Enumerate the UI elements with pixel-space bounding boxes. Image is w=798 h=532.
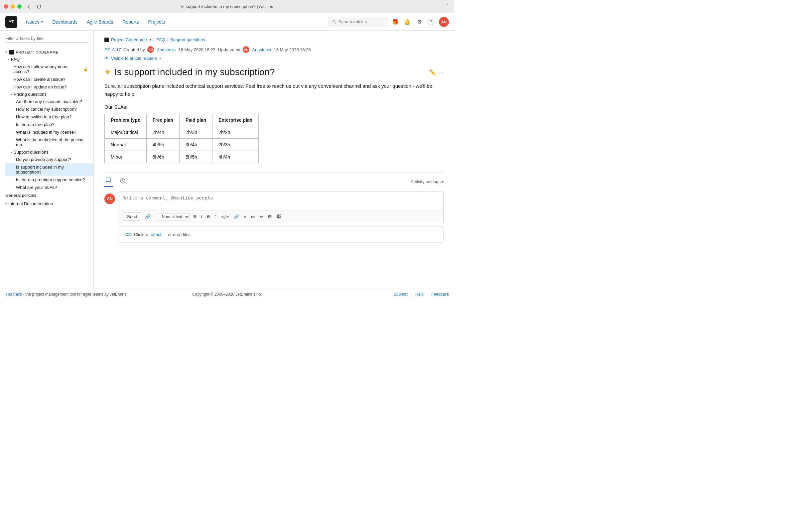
item-label: Is there a free plan? — [16, 122, 55, 127]
refresh-icon[interactable] — [36, 4, 41, 9]
sidebar-item-general-policies[interactable]: General policies — [0, 191, 93, 200]
sidebar-item-create-issue[interactable]: How can I create an issue? — [3, 75, 93, 83]
bullet-list-button[interactable]: ≡ — [242, 213, 248, 220]
sidebar-item-free-plan-switch[interactable]: How to switch to a free plan? — [5, 113, 93, 121]
sidebar-item-discounts[interactable]: Are there any discounts available? — [5, 98, 93, 106]
article-id[interactable]: PC-A-17 — [104, 47, 121, 52]
item-label: How to cancel my subscription? — [16, 107, 77, 112]
sidebar-item-provide-support[interactable]: Do you provide any support? — [5, 156, 93, 163]
strikethrough-button[interactable]: S — [206, 213, 211, 220]
cell-enterprise: 2h/3h — [212, 139, 259, 151]
nav-reports[interactable]: Reports — [118, 13, 143, 31]
sidebar-item-pricing-idea[interactable]: What is the main idea of the pricing mo.… — [5, 136, 93, 149]
quote-button[interactable]: " — [213, 213, 218, 220]
sidebar-item-cancel-subscription[interactable]: How to cancel my subscription? — [5, 106, 93, 113]
breadcrumb-section[interactable]: Support questions — [170, 37, 205, 42]
user-avatar[interactable]: AN — [439, 17, 449, 27]
col-problem-type: Problem type — [105, 114, 147, 126]
visibility-toggle[interactable]: 👁 Visible to article readers ▾ — [104, 56, 443, 61]
footer-help[interactable]: Help — [415, 292, 424, 297]
search-bar[interactable] — [328, 17, 388, 27]
item-label: How can I allow anonymous access? — [13, 64, 82, 74]
tab-history[interactable] — [118, 176, 127, 187]
nav-agile-boards[interactable]: Agile Boards — [82, 13, 118, 31]
sidebar-item-slas[interactable]: What are your SLAs? — [5, 184, 93, 191]
more-options-icon[interactable]: ··· — [439, 69, 443, 75]
nav-issues[interactable]: Issues — [21, 13, 48, 31]
send-button[interactable]: Send — [123, 212, 141, 221]
article-title-row: ★ Is support included in my subscription… — [104, 67, 443, 77]
app-logo[interactable]: YT — [5, 16, 17, 28]
edit-icon[interactable]: ✏️ — [429, 69, 436, 75]
help-icon[interactable]: ? — [428, 19, 434, 25]
minimize-button[interactable] — [11, 4, 15, 8]
sidebar-item-update-issue[interactable]: How can I update an issue? — [3, 83, 93, 91]
bell-icon[interactable]: 🔔 — [404, 18, 411, 25]
gear-icon[interactable]: ⚙ — [416, 18, 423, 25]
sidebar-item-is-free-plan[interactable]: Is there a free plan? — [5, 121, 93, 128]
numbered-list-button[interactable]: ≔ — [249, 213, 256, 220]
cell-paid: 5h/5h — [179, 151, 212, 163]
italic-button[interactable]: I — [200, 213, 204, 220]
sidebar-filter — [0, 35, 93, 46]
creator-name[interactable]: Anastasia — [157, 47, 175, 52]
footer-support[interactable]: Support — [394, 292, 407, 297]
cell-enterprise: 2h/2h — [212, 126, 259, 139]
table-button[interactable]: ⊞ — [267, 213, 273, 220]
link-icon[interactable]: 🔗 — [143, 213, 152, 221]
titlebar-nav — [26, 4, 41, 9]
sidebar-item-premium-support[interactable]: Is there a premium support service? — [5, 176, 93, 184]
pricing-label: Pricing questions — [14, 92, 46, 97]
chevron-down-icon: ▾ — [442, 180, 443, 184]
sidebar-item-anonymous-access[interactable]: How can I allow anonymous access? 🔒 — [3, 63, 93, 75]
image-button[interactable]: 🖼 — [275, 213, 282, 220]
text-format-select[interactable]: Normal text Heading 1 Heading 2 — [158, 213, 190, 221]
cell-paid: 3h/4h — [179, 139, 212, 151]
col-paid-plan: Paid plan — [179, 114, 212, 126]
code-button[interactable]: </> — [220, 213, 230, 220]
visibility-label: Visible to article readers — [111, 56, 157, 61]
sidebar-item-license[interactable]: What is included in my license? — [5, 128, 93, 136]
tab-comments[interactable] — [104, 176, 113, 187]
support-questions-header[interactable]: ▾ Support questions — [5, 149, 93, 156]
comment-input[interactable] — [119, 192, 443, 209]
breadcrumb-faq[interactable]: FAQ — [156, 37, 165, 42]
nav-projects[interactable]: Projects — [143, 13, 170, 31]
nav-dashboards[interactable]: Dashboards — [48, 13, 82, 31]
sidebar-section-header[interactable]: ▾ PROJECT CODENAME — [0, 49, 93, 56]
svg-line-1 — [335, 23, 336, 24]
chevron-down-icon: ▾ — [11, 93, 12, 96]
project-icon — [9, 50, 14, 55]
filter-input[interactable] — [5, 35, 88, 42]
maximize-button[interactable] — [17, 4, 22, 8]
comment-icon — [106, 177, 112, 184]
sidebar-item-support-subscription[interactable]: Is support included in my subscription? — [5, 163, 93, 176]
faq-header[interactable]: ▾ FAQ — [3, 56, 93, 63]
bold-button[interactable]: B — [192, 213, 197, 220]
star-icon[interactable]: ★ — [104, 68, 111, 76]
attach-link[interactable]: attach — [151, 232, 163, 237]
close-button[interactable] — [4, 4, 8, 8]
indent-button[interactable]: ⇤ — [258, 213, 265, 220]
search-input[interactable] — [338, 19, 385, 24]
sidebar-item-internal-docs[interactable]: ▾ Internal Documentation — [0, 200, 93, 208]
attach-text: Click to — [134, 232, 148, 237]
pricing-questions-group: ▾ Pricing questions Are there any discou… — [5, 91, 93, 149]
pricing-questions-header[interactable]: ▾ Pricing questions — [5, 91, 93, 98]
updater-name[interactable]: Anastasia — [252, 47, 271, 52]
item-label: How to switch to a free plan? — [16, 114, 72, 119]
back-icon[interactable] — [26, 4, 32, 9]
brand-link[interactable]: YouTrack — [5, 292, 22, 297]
lock-icon: 🔒 — [83, 67, 88, 72]
breadcrumb-project[interactable]: Project Codename — [111, 37, 147, 42]
gift-icon[interactable]: 🎁 — [392, 18, 399, 25]
table-row: Minor 6h/6h 5h/5h 4h/4h — [105, 151, 259, 163]
hyperlink-button[interactable]: 🔗 — [232, 213, 241, 220]
footer-sep: · — [411, 292, 412, 297]
chevron-down-icon[interactable]: ▾ — [150, 38, 151, 41]
footer-feedback[interactable]: Feedback — [431, 292, 449, 297]
cell-free: 6h/6h — [146, 151, 179, 163]
footer-tagline: - the project management tool for agile … — [23, 292, 126, 297]
activity-settings[interactable]: Activity settings ▾ — [411, 179, 443, 184]
more-icon[interactable]: ⋮ — [444, 4, 450, 10]
